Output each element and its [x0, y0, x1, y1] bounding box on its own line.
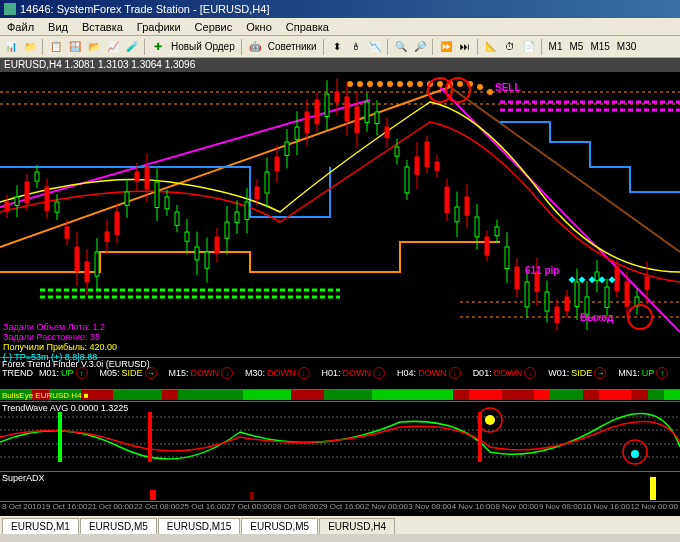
bar-chart-icon[interactable]: ⬍ — [328, 38, 346, 56]
svg-rect-112 — [445, 187, 449, 213]
xaxis-tick: 8 Oct 2010 — [2, 502, 41, 514]
svg-rect-84 — [305, 112, 309, 133]
svg-rect-124 — [505, 247, 509, 269]
svg-rect-60 — [185, 232, 189, 241]
svg-rect-92 — [345, 97, 349, 121]
xaxis-tick: 22 Oct 08:00 — [134, 502, 180, 514]
templates-icon[interactable]: 📄 — [520, 38, 538, 56]
indicators-icon[interactable]: 📐 — [482, 38, 500, 56]
svg-rect-136 — [565, 297, 569, 311]
svg-rect-42 — [95, 252, 99, 276]
tf-m5[interactable]: M5 — [567, 41, 587, 52]
chart-tab[interactable]: EURUSD,M5 — [80, 518, 157, 534]
zoom-out-icon[interactable]: 🔎 — [411, 38, 429, 56]
menu-file[interactable]: Файл — [0, 21, 41, 33]
svg-rect-128 — [525, 282, 529, 307]
svg-rect-146 — [615, 267, 619, 290]
profiles-icon[interactable]: 📁 — [21, 38, 39, 56]
tf-item-d01: D01:DOWN↓ — [473, 367, 537, 379]
svg-rect-32 — [45, 187, 49, 210]
separator — [323, 39, 325, 55]
svg-rect-58 — [175, 212, 179, 225]
svg-rect-70 — [235, 212, 239, 222]
svg-rect-56 — [165, 197, 169, 209]
svg-rect-156 — [568, 276, 575, 283]
svg-rect-114 — [455, 207, 459, 222]
svg-rect-148 — [625, 282, 629, 306]
svg-rect-26 — [15, 197, 19, 205]
price-header: EURUSD,H4 1.3081 1.3103 1.3064 1.3096 — [0, 58, 680, 72]
bullseye-panel: BullsEye EURUSD H4 ■ — [0, 390, 680, 402]
menubar: Файл Вид Вставка Графики Сервис Окно Спр… — [0, 18, 680, 36]
terminal-icon[interactable]: 📈 — [104, 38, 122, 56]
svg-rect-96 — [365, 102, 369, 122]
advisors-button[interactable]: Советники — [265, 41, 320, 52]
strategy-icon[interactable]: 🧪 — [123, 38, 141, 56]
svg-point-9 — [357, 81, 363, 87]
exit-label: Выход — [580, 312, 613, 323]
data-window-icon[interactable]: 🪟 — [66, 38, 84, 56]
new-chart-icon[interactable]: 📊 — [2, 38, 20, 56]
tf-m1[interactable]: M1 — [546, 41, 566, 52]
xaxis-tick: 12 Nov 00:00 — [630, 502, 678, 514]
svg-rect-173 — [250, 492, 254, 500]
shift-icon[interactable]: ⏭ — [456, 38, 474, 56]
new-order-button[interactable]: Новый Ордер — [168, 41, 238, 52]
window-titlebar: 14646: SystemForex Trade Station - [EURU… — [0, 0, 680, 18]
superadx-title: SuperADX — [2, 473, 45, 483]
svg-rect-152 — [645, 277, 649, 289]
tf-item-m30: M30:DOWN↓ — [245, 367, 310, 379]
zoom-in-icon[interactable]: 🔍 — [392, 38, 410, 56]
svg-rect-30 — [35, 172, 39, 181]
chart-tabs: EURUSD,M1EURUSD,M5EURUSD,M15EURUSD,M5EUR… — [0, 516, 680, 534]
xaxis-tick: 4 Nov 16:00 — [452, 502, 495, 514]
lot-info: Задали Объем Лота: 1.2 — [3, 322, 105, 332]
svg-rect-138 — [575, 282, 579, 306]
svg-rect-94 — [355, 107, 359, 133]
svg-rect-90 — [335, 92, 339, 102]
app-icon — [4, 3, 16, 15]
menu-view[interactable]: Вид — [41, 21, 75, 33]
xaxis-tick: 3 Nov 08:00 — [408, 502, 451, 514]
menu-charts[interactable]: Графики — [130, 21, 188, 33]
svg-rect-142 — [595, 272, 599, 281]
advisor-icon[interactable]: 🤖 — [246, 38, 264, 56]
chart-area[interactable]: EURUSD,H4 1.3081 1.3103 1.3064 1.3096 — [0, 58, 680, 516]
svg-rect-54 — [155, 182, 159, 207]
menu-window[interactable]: Окно — [239, 21, 279, 33]
svg-rect-120 — [485, 237, 489, 255]
svg-rect-160 — [608, 276, 615, 283]
svg-rect-104 — [405, 167, 409, 193]
tf-item-h04: H04:DOWN↓ — [397, 367, 461, 379]
menu-tools[interactable]: Сервис — [188, 21, 240, 33]
chart-tab[interactable]: EURUSD,M1 — [2, 518, 79, 534]
tf-m15[interactable]: M15 — [587, 41, 612, 52]
main-price-chart[interactable]: SELL 611 pip Выход Задали Объем Лота: 1.… — [0, 72, 680, 358]
svg-rect-82 — [295, 127, 299, 139]
line-chart-icon[interactable]: 📉 — [366, 38, 384, 56]
menu-help[interactable]: Справка — [279, 21, 336, 33]
candlestick-svg — [0, 72, 680, 358]
tf-item-h01: H01:DOWN↓ — [322, 367, 386, 379]
chart-tab[interactable]: EURUSD,M15 — [158, 518, 240, 534]
svg-point-11 — [377, 81, 383, 87]
autoscroll-icon[interactable]: ⏩ — [437, 38, 455, 56]
market-watch-icon[interactable]: 📋 — [47, 38, 65, 56]
toolbar-1: 📊 📁 📋 🪟 📂 📈 🧪 ✚ Новый Ордер 🤖 Советники … — [0, 36, 680, 58]
separator — [144, 39, 146, 55]
chart-tab[interactable]: EURUSD,H4 — [319, 518, 395, 534]
svg-point-21 — [477, 84, 483, 90]
candle-chart-icon[interactable]: 🕯 — [347, 38, 365, 56]
new-order-icon[interactable]: ✚ — [149, 38, 167, 56]
tf-m30[interactable]: M30 — [614, 41, 639, 52]
chart-tab[interactable]: EURUSD,M5 — [241, 518, 318, 534]
svg-rect-132 — [545, 292, 549, 311]
window-title: 14646: SystemForex Trade Station - [EURU… — [20, 3, 269, 15]
xaxis-tick: 2 Nov 00:00 — [365, 502, 408, 514]
svg-rect-110 — [435, 162, 439, 170]
profit-info: Получили Прибыль: 420.00 — [3, 342, 117, 352]
navigator-icon[interactable]: 📂 — [85, 38, 103, 56]
menu-insert[interactable]: Вставка — [75, 21, 130, 33]
periods-icon[interactable]: ⏱ — [501, 38, 519, 56]
svg-rect-80 — [285, 142, 289, 155]
